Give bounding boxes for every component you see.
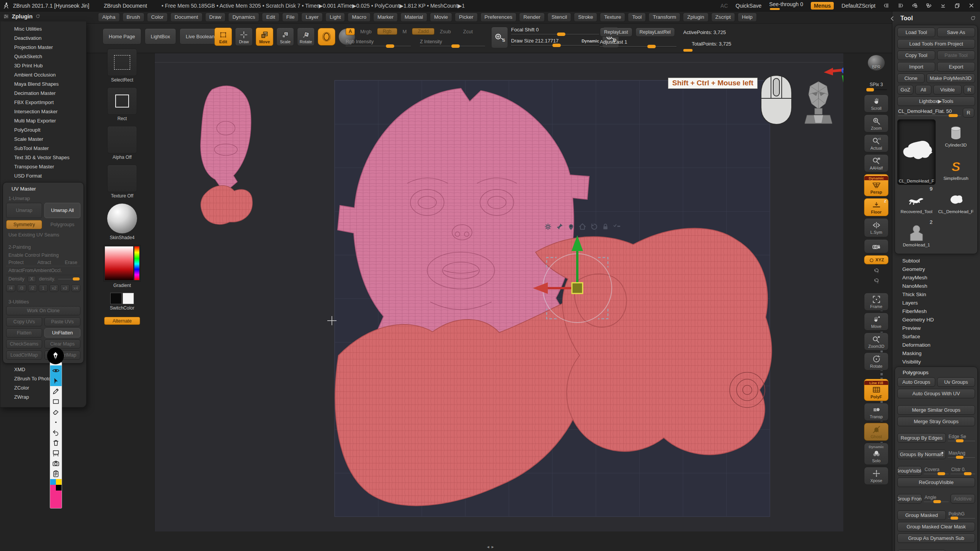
annotation-tool-icon[interactable] xyxy=(50,376,62,386)
alpha-badge[interactable]: A xyxy=(346,28,355,35)
tool-section-header[interactable]: FiberMesh xyxy=(892,307,980,315)
flatten-button[interactable]: Flatten xyxy=(6,328,42,337)
tool-thumbnail[interactable]: S SimpleBrush xyxy=(937,153,975,185)
group-visible-button[interactable]: GroupVisible xyxy=(897,466,922,476)
additive-toggle[interactable]: Additive xyxy=(951,494,975,504)
annotation-tool-icon[interactable] xyxy=(50,386,62,396)
cluster-slider[interactable]: Clstr 0. xyxy=(951,466,975,476)
right-shelf-button[interactable]: BPR xyxy=(864,54,889,71)
restore-icon[interactable] xyxy=(954,2,960,9)
make-polymesh3d-button[interactable]: Make PolyMesh3D xyxy=(926,73,975,83)
right-shelf-button[interactable]: Zoom3D xyxy=(864,333,889,350)
zplugin-menu-item[interactable]: ZWrap xyxy=(0,393,86,402)
canvas-hscroll[interactable]: ◂▸ xyxy=(487,544,494,549)
tool-section-header[interactable]: Visibility xyxy=(892,357,980,366)
right-shelf-button[interactable]: Zoom xyxy=(864,114,889,132)
z-intensity-slider[interactable]: Z Intensity xyxy=(420,39,485,48)
right-shelf-button[interactable]: Y xyxy=(864,266,889,274)
tool-section-header[interactable]: Thick Skin xyxy=(892,290,980,298)
menu-item[interactable]: Layer xyxy=(301,13,323,22)
enable-control-painting-toggle[interactable]: Enable Control Painting xyxy=(6,251,80,259)
zplugin-menu-item[interactable]: Multi Map Exporter xyxy=(0,116,86,126)
menu-item[interactable]: Light xyxy=(325,13,345,22)
zplugin-menu-item[interactable]: USD Format xyxy=(0,171,86,181)
menu-item[interactable]: Help xyxy=(738,13,757,22)
material-thumb[interactable] xyxy=(107,203,137,234)
tool-thumbnail[interactable]: DemoHead_1 2 xyxy=(897,219,936,251)
menu-item[interactable]: Material xyxy=(400,13,427,22)
zsub-toggle[interactable]: Zsub xyxy=(440,29,451,34)
active-tool-slider[interactable]: CL_DemoHead_Flat. 50 xyxy=(898,108,961,117)
alternate-button[interactable]: Alternate xyxy=(104,317,140,325)
dock-right-icon[interactable] xyxy=(897,2,904,9)
zplugin-menu-item[interactable]: FBX ExportImport xyxy=(0,98,86,107)
stroke-rect-thumb[interactable] xyxy=(107,87,137,115)
zplugin-menu-item[interactable]: ZColor xyxy=(0,383,86,393)
angle-slider[interactable]: Angle xyxy=(924,494,948,504)
right-shelf-button[interactable]: Z xyxy=(864,276,889,284)
group-front-button[interactable]: Group Front xyxy=(897,494,922,504)
color-swatch-row2[interactable] xyxy=(50,485,62,491)
lightbox-button[interactable]: LightBox xyxy=(145,28,176,44)
annotation-tool-icon[interactable] xyxy=(50,427,62,438)
draw-mode-button[interactable]: Draw xyxy=(235,28,253,46)
auto-groups-button[interactable]: Auto Groups xyxy=(897,377,935,387)
tool-thumbnail[interactable]: CL_DemoHead_F xyxy=(937,186,975,218)
tool-section-header[interactable]: Preview xyxy=(892,324,980,332)
zplugin-menu-item[interactable]: Ambient Occlusion xyxy=(0,70,86,80)
color-picker-field[interactable] xyxy=(105,246,133,280)
load-ctrl-map-button[interactable]: LoadCtrlMap xyxy=(6,350,42,360)
export-button[interactable]: Export xyxy=(937,62,975,72)
density-division-button[interactable]: /4 xyxy=(6,284,15,292)
copy-uvs-button[interactable]: Copy UVs xyxy=(6,317,42,326)
save-as-button[interactable]: Save As xyxy=(937,28,975,37)
alpha-thumb[interactable] xyxy=(107,126,137,153)
main-color-swatch[interactable] xyxy=(110,293,122,304)
menu-item[interactable]: Stroke xyxy=(574,13,597,22)
draw-size-slider[interactable] xyxy=(511,44,599,47)
menu-item[interactable]: Movie xyxy=(430,13,452,22)
right-shelf-button[interactable]: SPix 3 xyxy=(864,73,889,93)
stroke-selectrect-thumb[interactable] xyxy=(107,49,137,76)
tool-section-header[interactable]: Geometry xyxy=(892,265,980,273)
zplugin-menu-item[interactable]: Maya Blend Shapes xyxy=(0,80,86,89)
density-division-button[interactable]: x2 xyxy=(49,284,59,292)
menu-item[interactable]: File xyxy=(282,13,299,22)
polygroups-toggle[interactable]: Polygroups xyxy=(44,220,80,229)
right-shelf-button[interactable]: Ghost xyxy=(864,423,889,441)
menu-item[interactable]: Dynamics xyxy=(228,13,259,22)
zplugin-menu-item[interactable]: Projection Master xyxy=(0,43,86,52)
adjust-last-slider[interactable]: AdjustLast 1 xyxy=(600,39,676,49)
focal-shift-slider[interactable] xyxy=(511,33,599,36)
group-masked-clear-mask-button[interactable]: Group Masked Clear Mask xyxy=(897,522,975,531)
document-canvas[interactable]: Shift + Ctrl + Mouse left xyxy=(154,53,843,531)
paste-uvs-button[interactable]: Paste UVs xyxy=(44,317,80,326)
unwrap-button[interactable]: Unwrap xyxy=(6,203,42,218)
group-as-dynamesh-sub-button[interactable]: Group As Dynamesh Sub xyxy=(897,533,975,543)
tool-section-header[interactable]: Deformation xyxy=(892,341,980,349)
paste-tool-button[interactable]: Paste Tool xyxy=(937,51,975,60)
uv-master-title[interactable]: UV Master xyxy=(6,185,80,194)
uv-groups-button[interactable]: Uv Groups xyxy=(937,377,975,387)
right-shelf-button[interactable]: Transp xyxy=(864,403,889,421)
density-division-button[interactable]: x3 xyxy=(60,284,69,292)
merge-stray-groups-button[interactable]: Merge Stray Groups xyxy=(897,417,975,426)
menu-refresh-icon[interactable] xyxy=(35,14,41,19)
tool-thumbnail[interactable]: Recovered_Tool 9 xyxy=(897,186,936,218)
gizmo-icon[interactable] xyxy=(590,222,598,231)
right-shelf-button[interactable]: Move xyxy=(864,313,889,331)
zplugin-menu-item[interactable]: PolyGroupIt xyxy=(0,126,86,135)
right-shelf-button[interactable] xyxy=(864,239,889,253)
right-shelf-button[interactable]: Dynamic Solo xyxy=(864,443,889,465)
hue-strip[interactable] xyxy=(134,246,139,280)
secondary-color-swatch[interactable] xyxy=(122,293,134,304)
quicksave-button[interactable]: QuickSave xyxy=(736,3,762,9)
zplugin-menu-item[interactable]: Decimation Master xyxy=(0,89,86,98)
annotation-tool-icon[interactable] xyxy=(50,438,62,448)
edit-mode-button[interactable]: Edit xyxy=(214,28,232,46)
current-brush-button[interactable] xyxy=(318,28,335,46)
zplugin-menu-item[interactable]: Scale Master xyxy=(0,135,86,144)
menu-item[interactable]: Tool xyxy=(628,13,646,22)
use-existing-uv-seams-toggle[interactable]: Use Existing UV Seams xyxy=(6,231,80,239)
home-page-button[interactable]: Home Page xyxy=(103,28,141,44)
